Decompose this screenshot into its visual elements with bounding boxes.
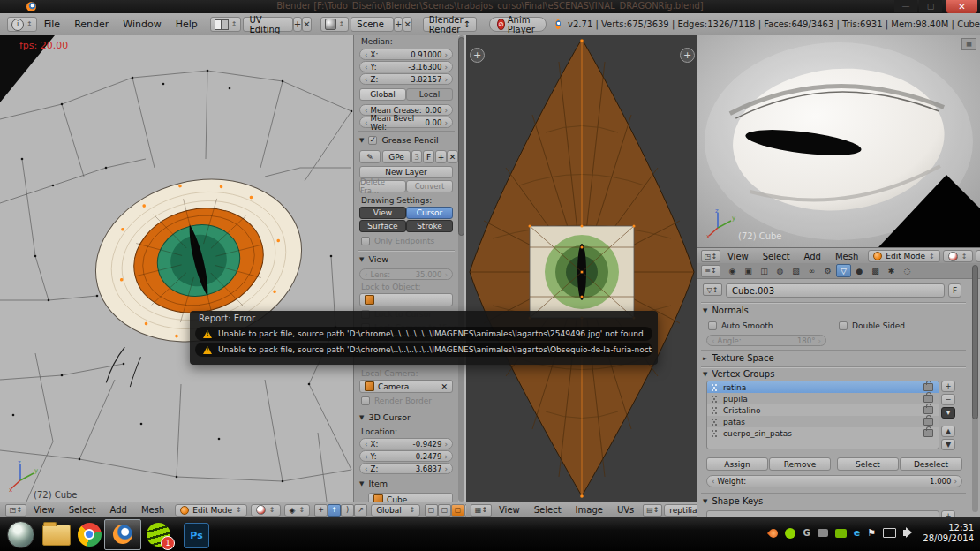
camera-field[interactable]: Camera✕: [359, 380, 453, 393]
file-explorer-icon[interactable]: [42, 525, 71, 546]
add-scene-button[interactable]: +: [394, 17, 403, 32]
scene-field[interactable]: Scene: [351, 17, 394, 32]
lock-icon[interactable]: [923, 429, 933, 437]
close-button[interactable]: ✕: [946, 0, 977, 13]
add-layout-button[interactable]: +: [293, 17, 302, 32]
tray-flag-icon[interactable]: ⚑: [867, 527, 876, 539]
texture-space-panel-header[interactable]: Texture Space: [703, 353, 774, 363]
tab-scene[interactable]: ◫: [757, 264, 772, 277]
photoshop-icon[interactable]: Ps: [184, 523, 209, 548]
uv-menu-view[interactable]: View: [492, 505, 527, 515]
move-group-down-button[interactable]: ▼: [941, 439, 955, 450]
gp-add-button[interactable]: +: [435, 150, 447, 163]
render-mode-select[interactable]: Edit Mode: [868, 250, 940, 262]
tab-particles[interactable]: ✱: [884, 264, 899, 277]
properties-editor-type-button[interactable]: ≡↕: [701, 265, 720, 277]
gp-fake-user-button[interactable]: F: [423, 150, 434, 163]
menu-help[interactable]: Help: [169, 19, 205, 30]
properties-scrollbar[interactable]: [972, 265, 978, 512]
image-datablock-icon[interactable]: ▤↕: [643, 504, 662, 517]
viewport-menu-select[interactable]: Select: [62, 505, 103, 515]
mode-select[interactable]: Edit Mode: [175, 504, 247, 517]
auto-smooth-checkbox[interactable]: Auto Smooth: [708, 321, 773, 330]
grease-pencil-checkbox[interactable]: [368, 136, 377, 145]
scene-icon-button[interactable]: ↕: [320, 17, 350, 32]
tab-object[interactable]: ▧: [788, 264, 803, 277]
render-menu-select[interactable]: Select: [756, 252, 797, 261]
viewport-menu-add[interactable]: Add: [103, 505, 134, 515]
pivot-select[interactable]: ◈: [284, 504, 311, 517]
add-vertex-group-button[interactable]: +: [941, 381, 955, 392]
uv-image-editor[interactable]: + + ▦↕ View Select Image UVs ▤↕ reptilia…: [466, 35, 698, 517]
spotify-icon[interactable]: 1: [147, 523, 170, 547]
pencil-tool-button[interactable]: ✎: [359, 150, 381, 163]
delete-scene-button[interactable]: ✕: [403, 17, 411, 32]
vertex-group-row[interactable]: retina: [707, 381, 939, 393]
uv-menu-uvs[interactable]: UVs: [610, 505, 641, 515]
vertex-select-icon[interactable]: ▢: [438, 504, 451, 517]
tab-material[interactable]: ●: [852, 264, 867, 277]
cursor-z-field[interactable]: Z:3.6837: [359, 463, 453, 474]
vertex-group-row[interactable]: cuerpo_sin_patas: [707, 427, 939, 439]
manipulator-translate-icon[interactable]: ↑: [328, 504, 341, 517]
start-button[interactable]: [7, 521, 34, 548]
select-button[interactable]: Select: [837, 457, 899, 471]
mesh-datablock-icon[interactable]: ▽↕: [703, 283, 722, 296]
convert-button[interactable]: Convert: [406, 180, 453, 192]
draw-view-button[interactable]: View: [359, 207, 406, 219]
global-button[interactable]: Global: [359, 88, 406, 101]
lens-field[interactable]: Lens:35.000: [359, 268, 453, 280]
viewport-menu-view[interactable]: View: [26, 505, 62, 515]
menu-render[interactable]: Render: [67, 19, 116, 30]
draw-stroke-button[interactable]: Stroke: [406, 220, 453, 232]
new-layer-button[interactable]: New Layer: [359, 166, 453, 178]
remove-vertex-group-button[interactable]: −: [941, 394, 955, 405]
taskbar-clock[interactable]: 12:31 28/09/2014: [923, 523, 974, 544]
fake-user-button[interactable]: F: [948, 283, 961, 298]
scrollbar-thumb[interactable]: [972, 265, 978, 419]
blender-taskbar-icon[interactable]: [104, 519, 141, 550]
manipulator-rotate-icon[interactable]: ): [341, 504, 354, 517]
vertex-group-specials-button[interactable]: ▾: [941, 407, 955, 419]
screen-layout-icon-button[interactable]: ↕: [210, 17, 242, 32]
clear-camera-icon[interactable]: ✕: [441, 382, 448, 391]
manipulator-axis-icon[interactable]: +: [314, 504, 328, 517]
lock-icon[interactable]: [923, 383, 933, 391]
remove-button[interactable]: Remove: [769, 457, 831, 471]
3d-viewport[interactable]: fps: 20.00 z y x (72) Cube Median: X:0.9…: [0, 35, 467, 517]
viewport-editor-type-button[interactable]: ◳↕: [5, 504, 26, 517]
item-panel-header[interactable]: Item: [359, 479, 388, 488]
lock-icon[interactable]: [923, 395, 933, 403]
viewport-menu-mesh[interactable]: Mesh: [134, 505, 171, 515]
render-menu-view[interactable]: View: [720, 252, 756, 261]
tab-modifiers[interactable]: ⚙: [820, 264, 835, 277]
vertex-group-row[interactable]: Cristalino: [707, 404, 939, 416]
uv-toolshelf-expand-icon[interactable]: +: [470, 48, 485, 63]
render-editor-type-button[interactable]: ◳↕: [701, 250, 720, 262]
lock-icon[interactable]: [923, 406, 933, 414]
orientation-select[interactable]: Global: [371, 504, 420, 517]
menu-window[interactable]: Window: [116, 19, 168, 30]
weight-field[interactable]: Weight:1.000: [706, 475, 962, 487]
scrollbar-thumb[interactable]: [458, 37, 464, 236]
gp-layer-field[interactable]: GPe: [382, 150, 411, 163]
draw-surface-button[interactable]: Surface: [359, 220, 406, 232]
delete-frame-button[interactable]: Delete Fra...: [359, 180, 406, 192]
manipulator-scale-icon[interactable]: ↗: [354, 504, 367, 517]
anim-player-button[interactable]: ⊘Anim Player: [489, 17, 547, 32]
tray-network-icon[interactable]: [883, 528, 896, 538]
vertex-group-row[interactable]: patas: [707, 416, 939, 427]
render-menu-mesh[interactable]: Mesh: [828, 252, 865, 261]
screen-layout-field[interactable]: UV Editing: [243, 17, 292, 32]
tab-object-data[interactable]: ▽: [836, 264, 851, 277]
tab-texture[interactable]: ▩: [868, 264, 883, 277]
angle-field[interactable]: Angle:180°: [706, 335, 826, 346]
only-endpoints-checkbox[interactable]: Only Endpoints: [361, 237, 434, 245]
tab-render-layers[interactable]: ▣: [741, 264, 756, 277]
vertex-group-row[interactable]: pupila: [707, 393, 939, 404]
tab-constraints[interactable]: ∞: [804, 264, 819, 277]
tab-world[interactable]: ◍: [773, 264, 788, 277]
cursor-y-field[interactable]: Y:0.2479: [359, 450, 453, 462]
tab-physics[interactable]: ◌: [900, 264, 915, 277]
render-border-checkbox[interactable]: Render Border: [361, 396, 432, 405]
